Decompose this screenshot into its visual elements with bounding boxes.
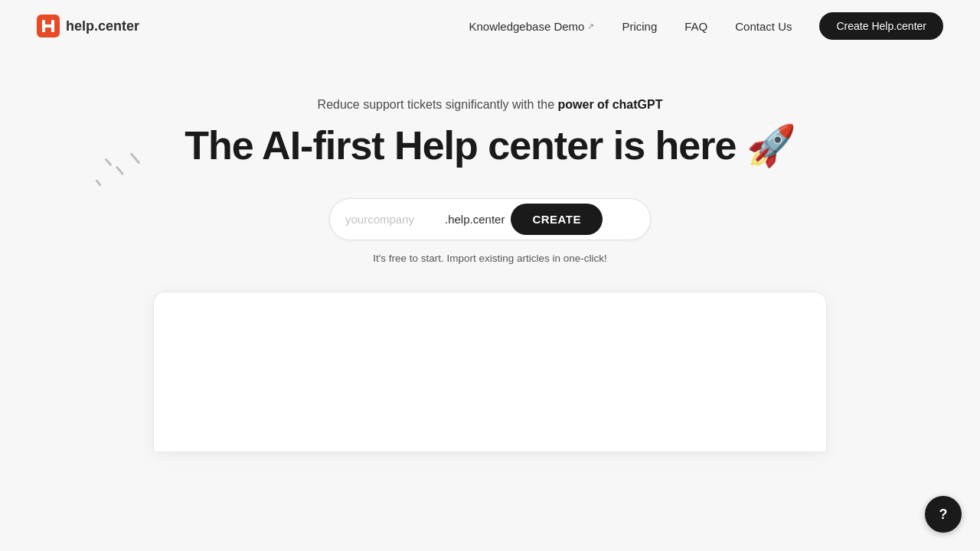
help-button[interactable]: ?: [925, 496, 962, 533]
create-button[interactable]: CREATE: [511, 204, 603, 235]
logo[interactable]: help.center: [37, 15, 139, 37]
free-text: It's free to start. Import existing arti…: [373, 253, 607, 264]
tick-3: [104, 158, 112, 167]
hero-heading: The AI-first Help center is here 🚀: [185, 124, 795, 168]
nav-pricing[interactable]: Pricing: [622, 20, 657, 33]
nav-knowledgebase-demo[interactable]: Knowledgebase Demo ↗: [469, 20, 594, 33]
create-helpcenter-button[interactable]: Create Help.center: [819, 12, 943, 40]
tick-2: [116, 166, 124, 175]
logo-text: help.center: [66, 18, 139, 34]
url-suffix: .help.center: [445, 213, 505, 226]
nav-faq[interactable]: FAQ: [684, 20, 707, 33]
hero-section: Reduce support tickets significantly wit…: [0, 52, 980, 452]
svg-rect-3: [42, 24, 54, 28]
hero-subtitle: Reduce support tickets significantly wit…: [318, 98, 663, 112]
preview-card: [153, 292, 827, 452]
external-link-icon: ↗: [587, 21, 594, 31]
tick-1: [130, 152, 140, 164]
subdomain-input-row: .help.center CREATE: [329, 198, 651, 240]
tick-4: [95, 179, 101, 186]
subdomain-input[interactable]: [345, 213, 445, 226]
logo-icon: [37, 15, 60, 37]
nav-contact-us[interactable]: Contact Us: [735, 20, 792, 33]
main-nav: Knowledgebase Demo ↗ Pricing FAQ Contact…: [469, 12, 943, 40]
header: help.center Knowledgebase Demo ↗ Pricing…: [0, 0, 980, 52]
